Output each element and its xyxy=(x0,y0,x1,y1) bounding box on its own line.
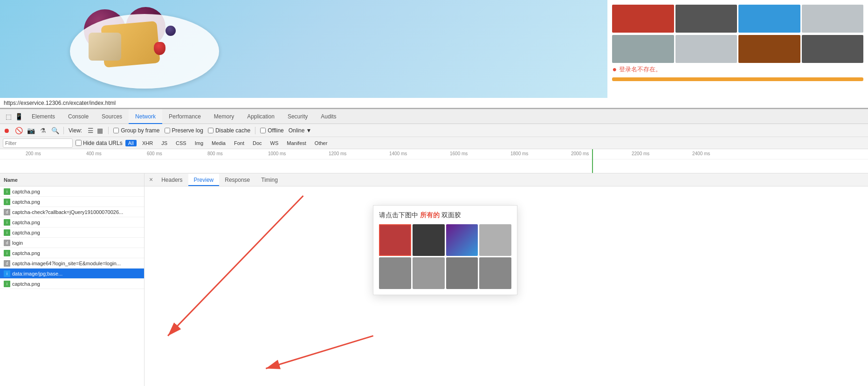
file-list: Name i captcha.png i captcha.png d captc… xyxy=(0,173,145,386)
tab-performance[interactable]: Performance xyxy=(162,109,207,124)
inspect-icon[interactable]: ⬚ xyxy=(5,113,12,120)
tab-headers[interactable]: Headers xyxy=(156,174,188,186)
filter-input[interactable] xyxy=(3,138,73,148)
tab-security[interactable]: Security xyxy=(281,109,314,124)
img-cell-3 xyxy=(738,5,800,33)
stop-icon[interactable]: 🚫 xyxy=(15,127,22,134)
list-item[interactable]: i captcha.png xyxy=(0,186,144,197)
list-item[interactable]: d captcha-check?callback=jQuery191000070… xyxy=(0,207,144,217)
svg-line-2 xyxy=(266,336,373,368)
tick-400: 400 ms xyxy=(86,151,102,156)
url-text: https://exservice.12306.cn/excater/index… xyxy=(4,100,116,106)
filter-bar: Hide data URLs All XHR JS CSS Img Media … xyxy=(0,137,868,149)
detail-panel: × Headers Preview Response Timing 请点击下图中… xyxy=(145,173,868,386)
list-item[interactable]: i captcha.png xyxy=(0,217,144,227)
filter-media-btn[interactable]: Media xyxy=(209,140,228,146)
disable-cache-checkbox[interactable] xyxy=(208,128,214,133)
img-cell-2 xyxy=(675,5,737,33)
tab-elements[interactable]: Elements xyxy=(25,109,62,124)
captcha-cell-7[interactable] xyxy=(446,257,478,289)
tab-application[interactable]: Application xyxy=(241,109,281,124)
file-type-icon: i xyxy=(4,250,10,256)
list-item[interactable]: d login xyxy=(0,238,144,248)
food-image xyxy=(0,0,607,98)
film-view-icon[interactable]: ▦ xyxy=(96,127,103,134)
tab-preview[interactable]: Preview xyxy=(188,174,220,186)
preserve-log-checkbox[interactable] xyxy=(165,128,170,133)
captcha-cell-8[interactable] xyxy=(479,257,511,289)
tick-1000: 1000 ms xyxy=(268,151,286,156)
right-panel: ● 登录名不存在。 xyxy=(607,0,868,98)
hide-data-urls-checkbox[interactable] xyxy=(76,140,82,146)
tab-memory[interactable]: Memory xyxy=(207,109,241,124)
devtools-panel: ⬚ 📱 Elements Console Sources Network Per… xyxy=(0,108,868,386)
group-by-frame-checkbox[interactable] xyxy=(113,128,119,133)
img-cell-6 xyxy=(675,35,737,63)
url-bar[interactable]: https://exservice.12306.cn/excater/index… xyxy=(0,98,868,108)
file-type-icon: d xyxy=(4,260,10,267)
captcha-title: 请点击下图中 所有的 双面胶 xyxy=(379,211,511,220)
device-icon[interactable]: 📱 xyxy=(15,113,22,120)
filter-manifest-btn[interactable]: Manifest xyxy=(284,140,309,146)
list-item-selected[interactable]: i data:image/jpg;base... xyxy=(0,269,144,279)
filter-icon[interactable]: ⚗ xyxy=(39,127,47,134)
online-select[interactable]: Online ▼ xyxy=(289,127,312,134)
list-view-icon[interactable]: ☰ xyxy=(87,127,94,134)
img-cell-7 xyxy=(738,35,800,63)
filter-img-btn[interactable]: Img xyxy=(192,140,206,146)
list-item[interactable]: i captcha.png xyxy=(0,227,144,238)
captcha-cell-4[interactable] xyxy=(479,224,511,256)
record-icon[interactable]: ⏺ xyxy=(3,127,10,134)
list-item[interactable]: i captcha.png xyxy=(0,248,144,258)
list-item[interactable]: i captcha.png xyxy=(0,279,144,289)
view-label: View: xyxy=(69,127,82,134)
tab-timing[interactable]: Timing xyxy=(255,174,283,186)
file-type-icon: i xyxy=(4,281,10,287)
filter-js-btn[interactable]: JS xyxy=(158,140,170,146)
preserve-log-label[interactable]: Preserve log xyxy=(165,127,203,134)
tick-2400: 2400 ms xyxy=(692,151,710,156)
tab-audits[interactable]: Audits xyxy=(314,109,343,124)
offline-label[interactable]: Offline xyxy=(260,127,283,134)
captcha-cell-2[interactable] xyxy=(413,224,445,256)
tick-1200: 1200 ms xyxy=(329,151,346,156)
filter-other-btn[interactable]: Other xyxy=(312,140,331,146)
tab-sources[interactable]: Sources xyxy=(95,109,129,124)
separator-3 xyxy=(255,127,255,134)
img-cell-8 xyxy=(802,35,863,63)
captcha-cell-6[interactable] xyxy=(413,257,445,289)
captcha-cell-1[interactable] xyxy=(379,224,411,256)
filter-all-btn[interactable]: All xyxy=(125,140,137,146)
file-type-icon: i xyxy=(4,199,10,205)
filter-font-btn[interactable]: Font xyxy=(231,140,247,146)
file-type-icon: d xyxy=(4,240,10,246)
captcha-cell-5[interactable] xyxy=(379,257,411,289)
filter-doc-btn[interactable]: Doc xyxy=(250,140,265,146)
separator-2 xyxy=(108,127,109,134)
separator-1 xyxy=(63,127,64,134)
tab-console[interactable]: Console xyxy=(62,109,95,124)
img-cell-4 xyxy=(802,5,863,33)
captcha-popup[interactable]: 请点击下图中 所有的 双面胶 xyxy=(373,205,517,295)
disable-cache-label[interactable]: Disable cache xyxy=(208,127,250,134)
list-item[interactable]: d captcha-image64?login_site=E&module=lo… xyxy=(0,258,144,269)
file-list-header: Name xyxy=(0,173,144,186)
filter-xhr-btn[interactable]: XHR xyxy=(139,140,156,146)
hide-data-urls-label[interactable]: Hide data URLs xyxy=(76,140,123,146)
offline-checkbox[interactable] xyxy=(260,128,266,133)
tab-response[interactable]: Response xyxy=(219,174,255,186)
timeline-bar: 200 ms 400 ms 600 ms 800 ms 1000 ms 1200… xyxy=(0,149,868,173)
bottom-image-grid xyxy=(612,35,863,63)
tab-network[interactable]: Network xyxy=(129,109,162,124)
preview-content: 请点击下图中 所有的 双面胶 xyxy=(145,186,868,386)
camera-icon[interactable]: 📷 xyxy=(27,127,34,134)
filter-css-btn[interactable]: CSS xyxy=(173,140,189,146)
captcha-cell-3[interactable] xyxy=(446,224,478,256)
filter-ws-btn[interactable]: WS xyxy=(268,140,282,146)
group-by-frame-label[interactable]: Group by frame xyxy=(113,127,159,134)
search-icon[interactable]: 🔍 xyxy=(51,127,59,134)
file-type-icon: i xyxy=(4,229,10,236)
close-button[interactable]: × xyxy=(146,173,156,186)
img-cell-5 xyxy=(612,35,674,63)
list-item[interactable]: i captcha.png xyxy=(0,197,144,207)
